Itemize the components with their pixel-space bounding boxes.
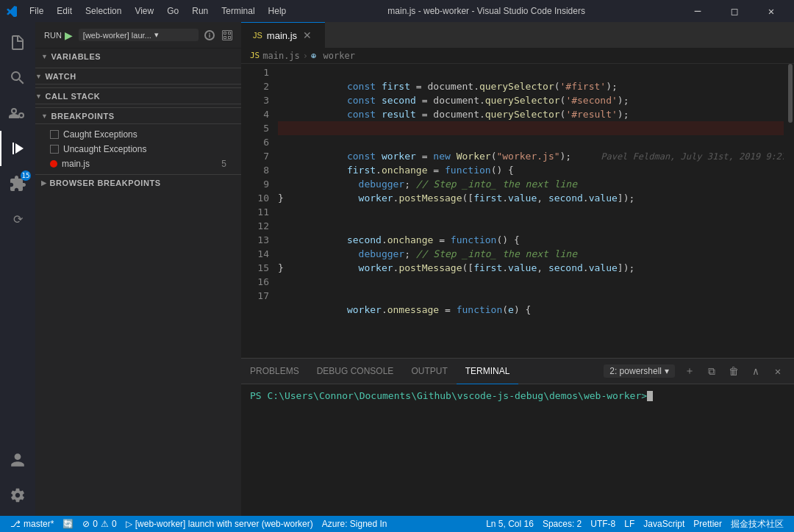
menu-view[interactable]: View: [129, 4, 160, 18]
debug-split-icon[interactable]: [219, 27, 235, 43]
menu-file[interactable]: File: [24, 4, 49, 18]
position-label: Ln 5, Col 16: [486, 519, 534, 529]
prettier-label: Prettier: [693, 519, 722, 529]
language-item[interactable]: JavaScript: [639, 516, 689, 532]
explorer-icon[interactable]: [0, 25, 35, 60]
variables-header[interactable]: ▼ VARIABLES: [35, 48, 241, 65]
extensions-icon[interactable]: 15: [0, 166, 35, 201]
close-panel-button[interactable]: ✕: [768, 361, 788, 381]
terminal-cursor: [647, 391, 653, 401]
chevron-down-icon: ▼: [35, 93, 42, 100]
azure-label: Azure: Signed In: [322, 519, 387, 529]
spaces-item[interactable]: Spaces: 2: [538, 516, 586, 532]
sync-item[interactable]: 🔄: [58, 516, 78, 532]
tab-problems[interactable]: PROBLEMS: [241, 359, 308, 384]
source-control-icon[interactable]: [0, 96, 35, 131]
community-label: 掘金技术社区: [731, 518, 784, 531]
errors-item[interactable]: ⊘ 0 ⚠ 0: [78, 516, 121, 532]
sync-icon: 🔄: [62, 519, 74, 529]
code-line-5: const worker = new Worker("worker.js");P…: [278, 121, 784, 135]
chevron-down-icon: ▼: [35, 73, 42, 80]
line-ending-label: LF: [624, 519, 634, 529]
code-line-16: [278, 275, 784, 289]
caught-exceptions-checkbox[interactable]: [50, 130, 59, 139]
code-line-8: debugger; // Step _into_ the next line: [278, 163, 784, 177]
code-line-4: [278, 107, 784, 121]
warning-count: 0: [112, 519, 117, 529]
azure-item[interactable]: Azure: Signed In: [318, 516, 392, 532]
watch-header[interactable]: ▼ WATCH: [35, 68, 241, 84]
chevron-right-icon: ▼: [41, 53, 48, 60]
settings-icon[interactable]: [0, 478, 35, 513]
remote-icon[interactable]: ⟳: [0, 201, 35, 237]
menu-edit[interactable]: Edit: [51, 4, 78, 18]
terminal-tab-bar: PROBLEMS DEBUG CONSOLE OUTPUT TERMINAL 2…: [241, 359, 794, 384]
minimize-button[interactable]: ─: [681, 0, 715, 22]
terminal-panel: PROBLEMS DEBUG CONSOLE OUTPUT TERMINAL 2…: [241, 358, 794, 516]
status-bar: ⎇ master* 🔄 ⊘ 0 ⚠ 0 ▷ [web-worker] launc…: [0, 516, 794, 532]
code-line-17: worker.onmessage = function(e) {: [278, 289, 784, 303]
tab-debug-console[interactable]: DEBUG CONSOLE: [308, 359, 403, 384]
play-icon: ▶: [65, 29, 73, 41]
tab-mainjs[interactable]: JS main.js ✕: [241, 22, 325, 48]
run-button[interactable]: RUN ▶: [41, 28, 76, 43]
run-debug-icon[interactable]: [0, 131, 35, 166]
position-item[interactable]: Ln 5, Col 16: [482, 516, 538, 532]
terminal-dropdown-label: 2: powershell: [609, 366, 662, 376]
chevron-right-icon: ▶: [41, 179, 47, 187]
breakpoints-header[interactable]: ▼ BREAKPOINTS: [35, 107, 241, 123]
tab-close-icon[interactable]: ✕: [301, 29, 313, 41]
kill-terminal-button[interactable]: 🗑: [723, 361, 744, 381]
search-icon[interactable]: [0, 60, 35, 96]
debug-config-label: [web-worker] laur...: [83, 31, 151, 40]
menu-go[interactable]: Go: [161, 4, 185, 18]
code-line-12: second.onchange = function() {: [278, 219, 784, 233]
function-icon: ⊕: [311, 51, 316, 61]
code-line-3: const result = document.querySelector('#…: [278, 93, 784, 107]
close-button[interactable]: ✕: [754, 0, 788, 22]
breadcrumb-separator: ›: [303, 51, 308, 61]
tab-bar: JS main.js ✕: [241, 22, 794, 48]
encoding-item[interactable]: UTF-8: [586, 516, 620, 532]
editor-area: JS main.js ✕ JS main.js › ⊕ worker 1 2: [241, 22, 794, 516]
new-terminal-button[interactable]: ＋: [679, 361, 700, 381]
breadcrumb: JS main.js › ⊕ worker: [241, 48, 794, 64]
menu-selection[interactable]: Selection: [79, 4, 127, 18]
titlebar-title: main.js - web-worker - Visual Studio Cod…: [387, 6, 585, 16]
split-terminal-button[interactable]: ⧉: [701, 361, 722, 381]
community-item[interactable]: 掘金技术社区: [726, 516, 788, 532]
account-icon[interactable]: [0, 442, 35, 478]
terminal-content[interactable]: PS C:\Users\Connor\Documents\Github\vsco…: [241, 384, 794, 516]
sidebar: RUN ▶ [web-worker] laur... ▾: [35, 22, 241, 516]
uncaught-exceptions-label: Uncaught Exceptions: [63, 144, 146, 154]
git-branch-item[interactable]: ⎇ master*: [6, 516, 58, 532]
debug-settings-icon[interactable]: [201, 27, 218, 43]
browser-bp-header[interactable]: ▶ BROWSER BREAKPOINTS: [35, 174, 241, 190]
tab-output[interactable]: OUTPUT: [402, 359, 456, 384]
language-label: JavaScript: [643, 519, 684, 529]
breadcrumb-item-worker[interactable]: ⊕ worker: [311, 51, 355, 61]
debug-toolbar: RUN ▶ [web-worker] laur... ▾: [35, 22, 241, 48]
uncaught-exceptions-checkbox[interactable]: [50, 145, 59, 154]
line-ending-item[interactable]: LF: [620, 516, 639, 532]
prettier-item[interactable]: Prettier: [689, 516, 726, 532]
callstack-header[interactable]: ▼ CALL STACK: [35, 87, 241, 104]
menu-help[interactable]: Help: [262, 4, 293, 18]
maximize-panel-button[interactable]: ∧: [745, 361, 766, 381]
mainjs-breakpoint-item[interactable]: main.js 5: [35, 157, 241, 171]
uncaught-exceptions-item[interactable]: Uncaught Exceptions: [35, 142, 241, 157]
code-line-6: [278, 135, 784, 149]
js-icon: JS: [250, 51, 260, 60]
debug-icon: ▷: [126, 519, 132, 529]
debug-config-dropdown[interactable]: [web-worker] laur... ▾: [79, 29, 198, 41]
menu-run[interactable]: Run: [186, 4, 214, 18]
maximize-button[interactable]: □: [718, 0, 751, 22]
warning-icon: ⚠: [101, 519, 109, 529]
terminal-shell-dropdown[interactable]: 2: powershell ▾: [604, 364, 675, 378]
debug-config-item[interactable]: ▷ [web-worker] launch with server (web-w…: [121, 516, 318, 532]
menu-terminal[interactable]: Terminal: [215, 4, 260, 18]
editor-scrollbar[interactable]: [784, 64, 794, 358]
breadcrumb-item-file[interactable]: JS main.js: [250, 51, 300, 61]
tab-terminal[interactable]: TERMINAL: [457, 359, 519, 384]
caught-exceptions-item[interactable]: Caught Exceptions: [35, 127, 241, 142]
